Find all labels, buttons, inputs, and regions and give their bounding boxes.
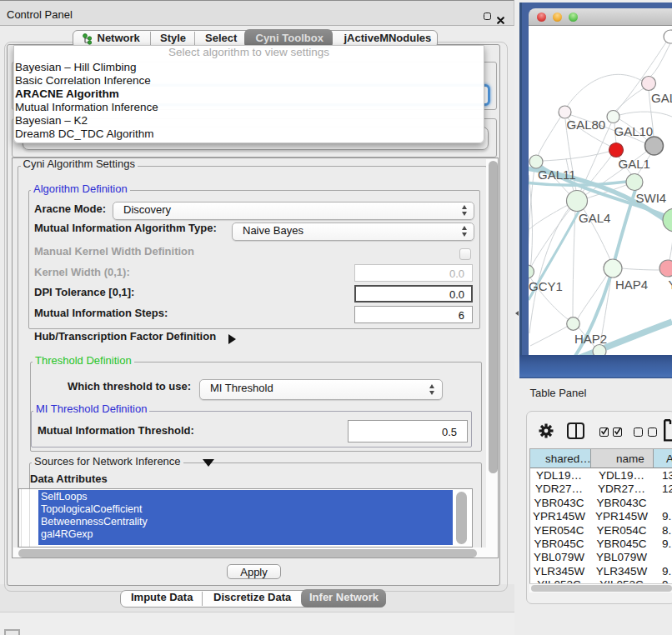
svg-text:GCY1: GCY1 xyxy=(529,279,563,293)
svg-text:SWI4: SWI4 xyxy=(636,191,667,205)
svg-text:GAL2: GAL2 xyxy=(651,91,672,105)
svg-text:HAP2: HAP2 xyxy=(574,332,607,346)
svg-text:GAL11: GAL11 xyxy=(538,168,576,182)
svg-text:GAL80: GAL80 xyxy=(567,118,606,132)
svg-text:GAL1: GAL1 xyxy=(619,157,650,171)
svg-text:GAL10: GAL10 xyxy=(614,124,654,138)
svg-text:HAP4: HAP4 xyxy=(615,278,648,292)
svg-text:GAL4: GAL4 xyxy=(579,211,610,225)
svg-text:Y: Y xyxy=(669,278,672,292)
